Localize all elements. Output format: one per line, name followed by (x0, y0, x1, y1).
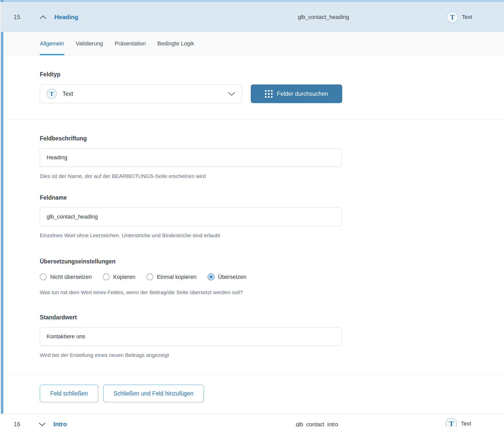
radio-label: Kopieren (113, 274, 135, 280)
field-order-handle[interactable]: 15 (14, 14, 20, 21)
radio-label: Einmal kopieren (157, 274, 197, 280)
field-label-help: Dies ist der Name, der auf der BEARBEITU… (40, 173, 504, 179)
section-divider (3, 120, 504, 120)
field-type-indicator: T Text (446, 418, 471, 427)
field-type-label: Text (462, 14, 472, 20)
field-name-help: Einzelnes Wort ohne Leerzeichen. Unterst… (40, 232, 504, 238)
text-type-icon: T (447, 11, 458, 23)
field-row-header[interactable]: 15 Heading glb_contact_heading T Text (1, 2, 504, 32)
browse-fields-button[interactable]: Felder durchsuchen (251, 84, 342, 103)
default-value-help: Wird bei der Erstellung eines neuen Beit… (40, 352, 504, 358)
field-title-link[interactable]: Heading (54, 14, 78, 21)
field-settings-panel: Allgemein Validierung Präsentation Bedin… (1, 32, 504, 414)
radio-einmal-kopieren[interactable]: Einmal kopieren (146, 273, 197, 280)
radio-nicht-uebersetzen[interactable]: Nicht übersetzen (40, 273, 92, 280)
field-label-input[interactable] (40, 148, 342, 167)
chevron-up-icon[interactable] (39, 13, 47, 21)
field-name-text: glb_contact_intro (296, 421, 338, 427)
field-type-heading: Feldtyp (40, 71, 504, 78)
radio-label: Nicht übersetzen (50, 274, 92, 280)
close-and-add-field-button[interactable]: Schließen und Feld hinzufügen (103, 385, 204, 402)
field-name-section: Feldname Einzelnes Wort ohne Leerzeichen… (3, 194, 504, 238)
field-type-label: Text (461, 420, 471, 427)
translation-settings-help: Was tun mit dem Wert eines Feldes, wenn … (40, 289, 504, 295)
field-row-collapsed[interactable]: 16 Intro glb_contact_intro T Text (0, 414, 504, 427)
browse-fields-button-label: Felder durchsuchen (277, 90, 328, 97)
default-value-heading: Standardwert (40, 314, 504, 321)
text-type-icon: T (47, 89, 57, 99)
field-name-text: glb_contact_heading (298, 14, 349, 20)
tab-validierung[interactable]: Validierung (76, 32, 103, 55)
translation-settings-heading: Übersetzungseinstellungen (40, 258, 504, 265)
radio-kopieren[interactable]: Kopieren (103, 273, 135, 280)
field-title-link[interactable]: Intro (53, 421, 67, 427)
default-value-input[interactable] (40, 327, 342, 346)
radio-uebersetzen[interactable]: Übersetzen (208, 273, 246, 280)
translation-radio-group: Nicht übersetzen Kopieren Einmal kopiere… (40, 273, 504, 280)
chevron-down-icon[interactable] (38, 420, 46, 427)
grid-icon (265, 90, 273, 98)
tab-praesentation[interactable]: Präsentation (115, 32, 146, 55)
field-label-heading: Feldbeschriftung (40, 135, 504, 142)
text-type-icon: T (446, 418, 457, 427)
tab-allgemein[interactable]: Allgemein (40, 32, 64, 55)
field-footer-actions: Feld schließen Schließen und Feld hinzuf… (3, 375, 504, 402)
previous-row-edge (1, 0, 504, 2)
default-value-section: Standardwert Wird bei der Erstellung ein… (3, 314, 504, 358)
field-order-handle[interactable]: 16 (14, 421, 20, 427)
radio-circle-icon (40, 273, 47, 280)
field-type-section: Feldtyp T Text Felder durchsuchen (3, 55, 504, 120)
translation-settings-section: Übersetzungseinstellungen Nicht übersetz… (3, 258, 504, 295)
tab-bedingte-logik[interactable]: Bedingte Logik (158, 32, 194, 55)
acf-field-group-editor: 15 Heading glb_contact_heading T Text Al… (0, 0, 504, 427)
field-name-input[interactable] (40, 207, 342, 226)
radio-label: Übersetzen (218, 274, 246, 280)
chevron-down-icon (228, 92, 235, 96)
radio-selected-icon (208, 273, 214, 280)
radio-circle-icon (103, 273, 110, 280)
field-label-section: Feldbeschriftung Dies ist der Name, der … (3, 135, 504, 179)
field-type-selected-value: Text (62, 90, 228, 97)
field-type-select[interactable]: T Text (40, 84, 242, 103)
field-name-heading: Feldname (40, 194, 504, 201)
field-type-indicator: T Text (447, 11, 472, 23)
previous-row-rail (1, 0, 3, 2)
close-field-button[interactable]: Feld schließen (40, 385, 98, 402)
radio-circle-icon (146, 273, 153, 280)
settings-tabs: Allgemein Validierung Präsentation Bedin… (3, 32, 504, 55)
